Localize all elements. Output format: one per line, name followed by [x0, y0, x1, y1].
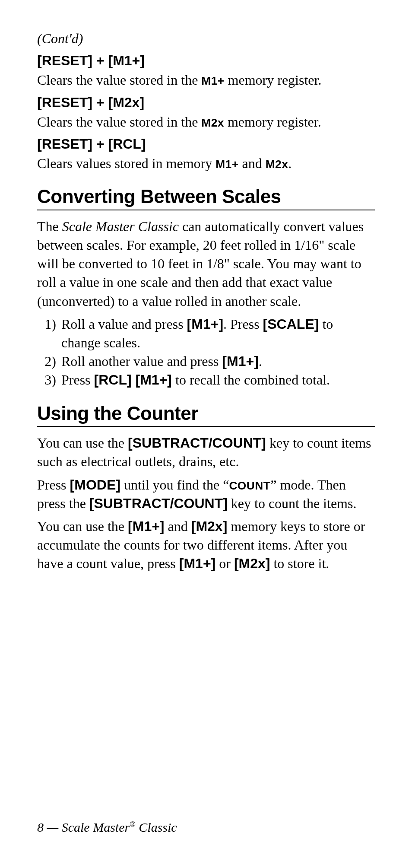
text: Roll a value and press [61, 316, 187, 332]
reset-m2-heading: [RESET] + [M2x] [37, 93, 375, 112]
heading-counter: Using the Counter [37, 403, 375, 427]
reset-m1-desc: Clears the value stored in the M1+ memor… [37, 71, 375, 89]
step-text: Roll a value and press [M1+]. Press [SCA… [61, 315, 375, 352]
text: . [288, 156, 292, 171]
text: . [259, 353, 262, 369]
list-item: 2) Roll another value and press [M1+]. [37, 352, 375, 371]
text: Roll another value and press [61, 353, 222, 369]
text: You can use the [37, 435, 128, 451]
counter-para-2: Press [MODE] until you find the “COUNT” … [37, 476, 375, 513]
key-ref: [M1+] [222, 353, 258, 369]
key-ref: [M1+] [179, 556, 216, 571]
text: memory register. [225, 72, 322, 88]
step-number: 3) [37, 371, 61, 389]
text: to store it. [270, 556, 329, 571]
mode-ref: COUNT [229, 479, 270, 492]
registered-mark: ® [130, 820, 136, 829]
text: Press [61, 372, 94, 388]
reset-m2-desc: Clears the value stored in the M2x memor… [37, 113, 375, 131]
mem-ref: M2x [266, 158, 288, 171]
mem-ref: M2x [201, 116, 224, 129]
text: . Press [223, 316, 263, 332]
product-name: Scale Master [62, 820, 130, 834]
convert-intro: The Scale Master Classic can automatical… [37, 217, 375, 311]
key-ref: [SUBTRACT/COUNT] [128, 435, 266, 451]
mem-ref: M1+ [201, 74, 224, 87]
text: The [37, 219, 62, 234]
key-ref: [SCALE] [263, 316, 319, 332]
text: memory register. [224, 114, 321, 130]
text: and [165, 518, 191, 534]
counter-para-3: You can use the [M1+] and [M2x] memory k… [37, 517, 375, 573]
reset-rcl-desc: Clears values stored in memory M1+ and M… [37, 154, 375, 173]
product-name: Scale Master Classic [62, 219, 179, 234]
key-ref: [M2x] [191, 518, 228, 534]
heading-converting: Converting Between Scales [37, 186, 375, 210]
step-number: 2) [37, 352, 61, 371]
key-ref: [M1+] [187, 316, 223, 332]
text: or [216, 556, 234, 571]
text: Clears the value stored in the [37, 114, 201, 130]
text: — [44, 820, 62, 834]
key-ref: [RCL] [M1+] [94, 372, 172, 388]
text: Press [37, 477, 70, 493]
step-text: Press [RCL] [M1+] to recall the combined… [61, 371, 375, 389]
page-number: 8 [37, 820, 44, 834]
text: until you find the “ [120, 477, 229, 493]
product-name: Classic [136, 820, 177, 834]
key-ref: [MODE] [70, 477, 120, 493]
page-footer: 8 — Scale Master® Classic [37, 819, 177, 836]
text: Clears the value stored in the [37, 72, 201, 88]
key-ref: [M1+] [128, 518, 164, 534]
text: key to count the items. [228, 496, 357, 511]
list-item: 3) Press [RCL] [M1+] to recall the combi… [37, 371, 375, 389]
mem-ref: M1+ [216, 158, 238, 171]
convert-steps: 1) Roll a value and press [M1+]. Press [… [37, 315, 375, 390]
key-ref: [SUBTRACT/COUNT] [89, 496, 228, 511]
text: You can use the [37, 518, 128, 534]
list-item: 1) Roll a value and press [M1+]. Press [… [37, 315, 375, 352]
key-ref: [M2x] [234, 556, 270, 571]
counter-para-1: You can use the [SUBTRACT/COUNT] key to … [37, 434, 375, 471]
reset-rcl-heading: [RESET] + [RCL] [37, 135, 375, 153]
continued-marker: (Cont'd) [37, 29, 375, 48]
text: Clears values stored in memory [37, 156, 216, 171]
step-number: 1) [37, 315, 61, 334]
step-text: Roll another value and press [M1+]. [61, 352, 375, 371]
text: to recall the combined total. [172, 372, 330, 388]
reset-m1-heading: [RESET] + [M1+] [37, 51, 375, 70]
text: and [239, 156, 266, 171]
